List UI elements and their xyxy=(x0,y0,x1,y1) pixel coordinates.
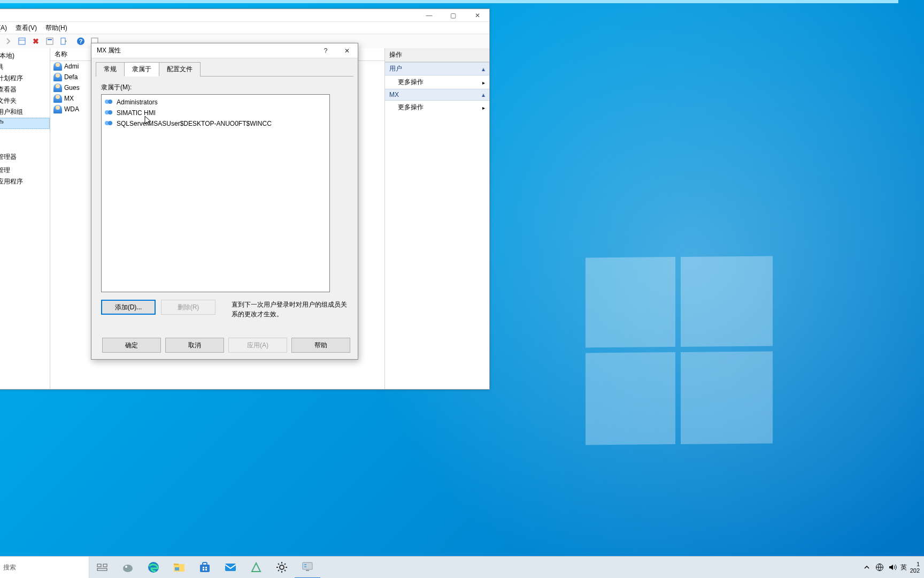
ok-button[interactable]: 确定 xyxy=(102,338,161,353)
tab-memberof[interactable]: 隶属于 xyxy=(124,62,159,77)
taskbar-app-settings[interactable] xyxy=(269,557,295,578)
svg-line-29 xyxy=(278,564,279,565)
actions-header: 操作 xyxy=(385,48,489,62)
svg-line-32 xyxy=(284,564,286,565)
tray-overflow-icon[interactable] xyxy=(862,562,872,572)
svg-rect-20 xyxy=(205,567,207,568)
chevron-right-icon xyxy=(482,104,485,111)
svg-text:?: ? xyxy=(79,38,83,44)
svg-rect-3 xyxy=(48,39,52,40)
tree-item[interactable]: 务计划程序 xyxy=(0,73,50,84)
taskbar-app-explorer[interactable] xyxy=(166,557,192,578)
volume-icon[interactable] xyxy=(888,562,897,572)
actions-group-users[interactable]: 用户 xyxy=(385,62,489,75)
svg-line-30 xyxy=(284,570,286,571)
svg-rect-15 xyxy=(174,564,179,565)
tree-item-users[interactable]: 用户 xyxy=(0,118,50,129)
actions-group-mx[interactable]: MX xyxy=(385,89,489,101)
taskbar-search[interactable]: 搜索 xyxy=(0,557,89,578)
memberof-hint: 直到下一次用户登录时对用户的组成员关系的更改才生效。 xyxy=(232,300,348,319)
svg-rect-18 xyxy=(203,562,207,565)
close-button[interactable]: ✕ xyxy=(465,9,489,21)
help-button[interactable]: 帮助 xyxy=(291,338,350,353)
group-icon xyxy=(105,119,113,128)
collapse-icon[interactable] xyxy=(482,65,485,73)
tab-profile[interactable]: 配置文件 xyxy=(159,62,201,77)
tree-item[interactable]: 和应用程序 xyxy=(0,176,50,187)
taskbar[interactable]: 搜索 xyxy=(0,556,924,578)
svg-point-12 xyxy=(125,566,127,568)
navigation-tree[interactable]: 理(本地) 工具 务计划程序 件查看器 享文件夹 地用户和组 用户 组 能 备管… xyxy=(0,48,50,389)
tree-item[interactable]: 享文件夹 xyxy=(0,95,50,107)
actions-more-users[interactable]: 更多操作 xyxy=(385,75,489,89)
chevron-right-icon xyxy=(482,79,485,86)
user-properties-dialog: MX 属性 ? ✕ 常规 隶属于 配置文件 隶属于(M): Administra… xyxy=(91,43,358,360)
dialog-help-button[interactable]: ? xyxy=(315,43,336,58)
svg-rect-9 xyxy=(103,564,107,567)
properties-icon[interactable] xyxy=(43,35,56,48)
maximize-button[interactable]: ▢ xyxy=(441,9,465,21)
group-icon xyxy=(105,109,113,117)
dialog-titlebar[interactable]: MX 属性 ? ✕ xyxy=(91,43,358,58)
taskview-button[interactable] xyxy=(89,557,115,578)
menu-action[interactable]: 作(A) xyxy=(0,22,10,34)
collapse-icon[interactable] xyxy=(482,91,485,98)
windows-logo xyxy=(586,256,773,445)
memberof-listbox[interactable]: Administrators SIMATIC HMI SQLServerMSAS… xyxy=(101,94,330,292)
taskbar-search-text: 搜索 xyxy=(3,563,16,572)
group-item[interactable]: SIMATIC HMI xyxy=(104,108,327,118)
dialog-close-button[interactable]: ✕ xyxy=(336,43,358,58)
add-button[interactable]: 添加(D)... xyxy=(101,300,156,315)
tray-clock[interactable]: 1 202 xyxy=(910,561,920,574)
taskbar-app-manatee[interactable] xyxy=(115,557,141,578)
tree-item[interactable]: 盘管理 xyxy=(0,165,50,176)
svg-point-24 xyxy=(280,565,284,569)
tree-item[interactable]: 备管理器 xyxy=(0,151,50,163)
forward-button[interactable] xyxy=(2,35,14,48)
system-tray[interactable]: 英 1 202 xyxy=(862,557,924,578)
actions-more-mx[interactable]: 更多操作 xyxy=(385,101,489,114)
svg-rect-0 xyxy=(19,38,25,44)
help-icon[interactable]: ? xyxy=(74,35,87,48)
memberof-label: 隶属于(M): xyxy=(101,83,348,92)
delete-button[interactable]: ✖ xyxy=(29,35,42,48)
tree-item-groups[interactable]: 组 xyxy=(0,129,50,140)
minimize-button[interactable]: — xyxy=(417,9,441,21)
svg-rect-16 xyxy=(175,567,179,571)
user-icon xyxy=(53,94,62,103)
taskbar-app-generic[interactable] xyxy=(243,557,269,578)
network-icon[interactable] xyxy=(875,562,884,572)
menu-help[interactable]: 帮助(H) xyxy=(42,22,71,34)
window-titlebar[interactable]: 理 — ▢ ✕ xyxy=(0,9,489,22)
taskbar-app-mmc[interactable] xyxy=(295,556,320,578)
svg-point-11 xyxy=(123,565,133,572)
svg-rect-33 xyxy=(303,562,312,569)
group-icon xyxy=(105,98,113,107)
svg-rect-4 xyxy=(61,38,65,44)
tree-item[interactable]: 能 xyxy=(0,140,50,151)
group-item[interactable]: SQLServerMSASUser$DESKTOP-ANUO0FT$WINCC xyxy=(104,118,327,129)
ime-indicator[interactable]: 英 xyxy=(900,563,907,572)
svg-rect-21 xyxy=(203,569,204,571)
export-icon[interactable] xyxy=(57,35,70,48)
tab-general[interactable]: 常规 xyxy=(96,62,125,77)
tree-item[interactable]: 地用户和组 xyxy=(0,107,50,118)
svg-rect-22 xyxy=(205,569,207,571)
tree-item[interactable]: 件查看器 xyxy=(0,84,50,95)
svg-rect-19 xyxy=(203,567,204,568)
user-icon xyxy=(53,62,62,71)
svg-rect-34 xyxy=(306,570,309,571)
svg-rect-23 xyxy=(225,564,236,571)
svg-rect-2 xyxy=(47,38,53,44)
menu-view[interactable]: 查看(V) xyxy=(12,22,40,34)
tree-item[interactable]: 工具 xyxy=(0,62,50,73)
cancel-button[interactable]: 取消 xyxy=(165,338,224,353)
details-pane-icon[interactable] xyxy=(16,35,28,48)
taskbar-app-mail[interactable] xyxy=(218,557,243,578)
taskbar-app-edge[interactable] xyxy=(141,557,166,578)
dialog-tabs: 常规 隶属于 配置文件 xyxy=(91,58,358,76)
taskbar-app-store[interactable] xyxy=(192,557,218,578)
tree-item[interactable]: 理(本地) xyxy=(0,50,50,62)
group-item[interactable]: Administrators xyxy=(104,97,327,108)
back-button[interactable] xyxy=(0,35,1,48)
